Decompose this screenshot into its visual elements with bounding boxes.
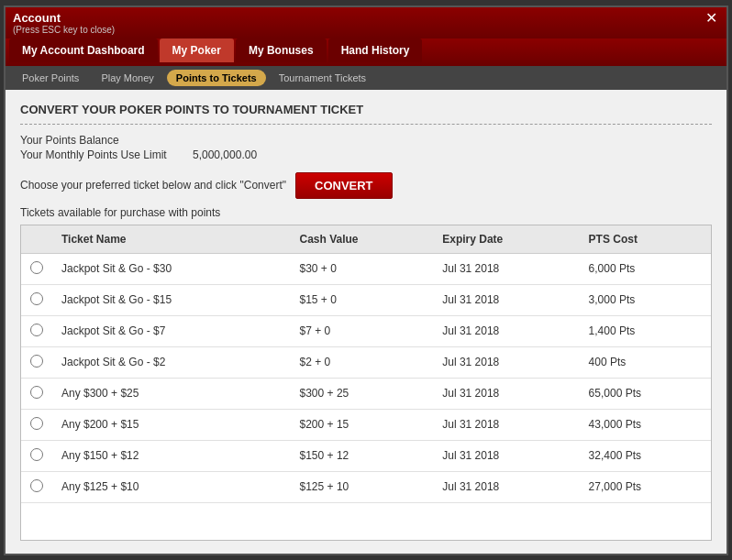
ticket-expiry: Jul 31 2018 [433,471,579,502]
ticket-cash-value: $2 + 0 [291,346,434,378]
ticket-name: Any $200 + $15 [52,409,291,440]
ticket-radio-7[interactable] [30,479,43,492]
ticket-radio-4[interactable] [30,386,43,399]
tab-account-dashboard[interactable]: My Account Dashboard [9,38,158,62]
col-header-expiry: Expiry Date [433,225,579,254]
ticket-expiry: Jul 31 2018 [433,346,579,378]
radio-cell[interactable] [21,378,52,409]
ticket-name: Jackpot Sit & Go - $30 [52,253,291,284]
main-tabs: My Account Dashboard My Poker My Bonuses… [6,38,726,66]
table-header-row: Ticket Name Cash Value Expiry Date PTS C… [21,225,711,254]
close-button[interactable]: ✕ [704,11,719,26]
ticket-name: Any $150 + $12 [52,440,291,471]
subtab-poker-points[interactable]: Poker Points [13,70,88,86]
title-bar: Account (Press ESC key to close) ✕ [6,7,726,38]
ticket-name: Jackpot Sit & Go - $15 [52,284,291,315]
ticket-cash-value: $30 + 0 [291,253,434,284]
ticket-radio-3[interactable] [30,355,43,368]
table-row: Any $300 + $25 $300 + 25 Jul 31 2018 65,… [21,378,711,409]
ticket-pts-cost: 32,400 Pts [580,440,711,471]
col-header-cash: Cash Value [291,225,434,254]
subtab-play-money[interactable]: Play Money [92,70,162,86]
table-row: Any $200 + $15 $200 + 15 Jul 31 2018 43,… [21,409,711,440]
balance-label: Your Points Balance [20,134,185,147]
subtab-points-to-tickets[interactable]: Points to Tickets [167,70,266,86]
tab-my-poker[interactable]: My Poker [160,38,234,62]
ticket-cash-value: $150 + 12 [291,440,434,471]
ticket-cash-value: $300 + 25 [291,378,434,409]
ticket-radio-6[interactable] [30,448,43,461]
radio-cell[interactable] [21,409,52,440]
col-header-name: Ticket Name [52,225,291,254]
window-subtitle: (Press ESC key to close) [13,25,115,35]
ticket-radio-5[interactable] [30,417,43,430]
convert-instruction: Choose your preferred ticket below and c… [20,179,286,192]
ticket-expiry: Jul 31 2018 [433,409,579,440]
ticket-name: Any $300 + $25 [52,378,291,409]
ticket-expiry: Jul 31 2018 [433,440,579,471]
sub-tabs: Poker Points Play Money Points to Ticket… [6,66,726,90]
ticket-name: Jackpot Sit & Go - $7 [52,315,291,346]
table-row: Jackpot Sit & Go - $30 $30 + 0 Jul 31 20… [21,253,711,284]
convert-button[interactable]: CONVERT [295,172,393,199]
tickets-table: Ticket Name Cash Value Expiry Date PTS C… [21,225,711,503]
ticket-pts-cost: 6,000 Pts [580,253,711,284]
radio-cell[interactable] [21,284,52,315]
tab-my-bonuses[interactable]: My Bonuses [236,38,327,62]
window-title: Account [13,11,115,25]
radio-cell[interactable] [21,440,52,471]
ticket-pts-cost: 27,000 Pts [580,471,711,502]
available-text: Tickets available for purchase with poin… [20,206,712,219]
col-header-radio [21,225,52,254]
radio-cell[interactable] [21,471,52,502]
section-title: CONVERT YOUR POKER POINTS TO TOURNAMENT … [20,103,712,116]
ticket-radio-2[interactable] [30,324,43,336]
ticket-expiry: Jul 31 2018 [433,315,579,346]
table-row: Jackpot Sit & Go - $2 $2 + 0 Jul 31 2018… [21,346,711,378]
ticket-cash-value: $15 + 0 [291,284,434,315]
ticket-cash-value: $200 + 15 [291,409,434,440]
ticket-name: Any $125 + $10 [52,471,291,502]
ticket-name: Jackpot Sit & Go - $2 [52,346,291,378]
ticket-pts-cost: 65,000 Pts [580,378,711,409]
radio-cell[interactable] [21,315,52,346]
ticket-expiry: Jul 31 2018 [433,253,579,284]
info-section: Your Points Balance Your Monthly Points … [20,134,712,163]
table-row: Jackpot Sit & Go - $15 $15 + 0 Jul 31 20… [21,284,711,315]
radio-cell[interactable] [21,346,52,378]
balance-row: Your Points Balance [20,134,712,147]
ticket-pts-cost: 1,400 Pts [580,315,711,346]
title-bar-text: Account (Press ESC key to close) [13,11,115,35]
ticket-radio-1[interactable] [30,292,43,305]
col-header-pts: PTS Cost [580,225,711,254]
ticket-pts-cost: 400 Pts [580,346,711,378]
main-content: CONVERT YOUR POKER POINTS TO TOURNAMENT … [6,90,726,554]
table-row: Any $125 + $10 $125 + 10 Jul 31 2018 27,… [21,471,711,502]
subtab-tournament-tickets[interactable]: Tournament Tickets [270,70,375,86]
limit-label: Your Monthly Points Use Limit [20,148,185,161]
ticket-expiry: Jul 31 2018 [433,284,579,315]
divider [20,124,712,125]
limit-value: 5,000,000.00 [193,148,257,161]
ticket-pts-cost: 43,000 Pts [580,409,711,440]
radio-cell[interactable] [21,253,52,284]
table-row: Jackpot Sit & Go - $7 $7 + 0 Jul 31 2018… [21,315,711,346]
ticket-cash-value: $125 + 10 [291,471,434,502]
tickets-table-container[interactable]: Ticket Name Cash Value Expiry Date PTS C… [20,225,712,541]
ticket-radio-0[interactable] [30,261,43,274]
convert-row: Choose your preferred ticket below and c… [20,172,712,199]
ticket-expiry: Jul 31 2018 [433,378,579,409]
ticket-pts-cost: 3,000 Pts [580,284,711,315]
ticket-cash-value: $7 + 0 [291,315,434,346]
limit-row: Your Monthly Points Use Limit 5,000,000.… [20,148,712,161]
table-row: Any $150 + $12 $150 + 12 Jul 31 2018 32,… [21,440,711,471]
main-window: Account (Press ESC key to close) ✕ My Ac… [4,5,728,555]
tab-hand-history[interactable]: Hand History [328,38,423,62]
